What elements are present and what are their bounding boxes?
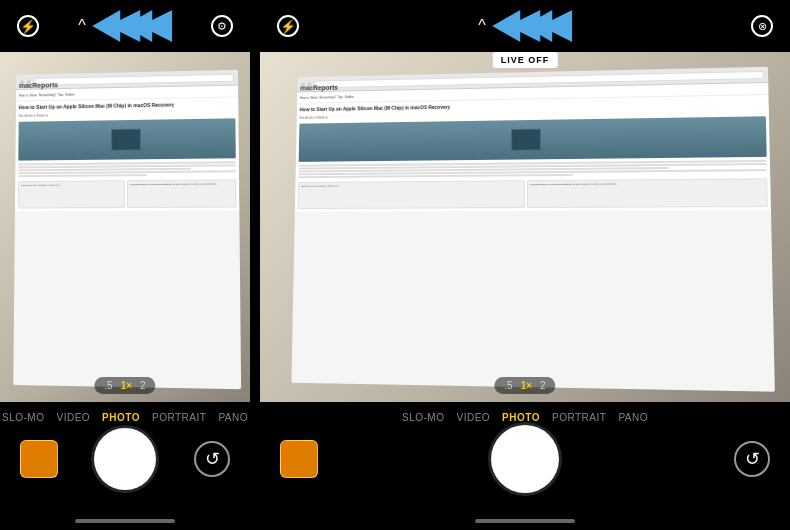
right-mode-video[interactable]: VIDEO <box>456 412 490 423</box>
right-home-indicator <box>260 512 790 530</box>
right-mode-portrait[interactable]: PORTRAIT <box>552 412 606 423</box>
left-card-1-title: Face ID is Not Available. How to Fix <box>20 182 121 186</box>
left-mode-portrait[interactable]: PORTRAIT <box>152 412 206 423</box>
right-gallery-thumb-container <box>280 440 318 478</box>
panel-divider <box>250 0 260 530</box>
left-home-bar <box>75 519 175 523</box>
left-flash-button[interactable]: ⚡ <box>14 12 42 40</box>
right-mode-photo[interactable]: PHOTO <box>502 412 540 423</box>
left-article-subtitle: Get all info or Email us <box>18 109 235 117</box>
left-article-image <box>18 117 235 159</box>
left-zoom-2[interactable]: 2 <box>140 380 146 391</box>
right-settings-icon: ⊗ <box>751 15 773 37</box>
left-mode-selector: SLO-MO VIDEO PHOTO PORTRAIT PANO <box>2 402 248 429</box>
right-bottom-controls: SLO-MO VIDEO PHOTO PORTRAIT PANO ↺ <box>260 402 790 512</box>
right-webpage-simulation: macReports How to News Not working? Tips… <box>291 66 774 391</box>
right-monitor-icon <box>510 128 540 150</box>
left-top-center: ^ <box>78 8 172 44</box>
right-mode-pano[interactable]: PANO <box>618 412 648 423</box>
left-card-2-title: Connection Error: iCloud Encountered an … <box>129 181 232 185</box>
left-card-2: Connection Error: iCloud Encountered an … <box>126 178 236 207</box>
right-text-lines <box>298 159 767 177</box>
left-mac-reports-label: macReports <box>18 81 57 89</box>
left-webpage-body: How to Start Up an Apple Silicon Mac (M … <box>14 97 238 211</box>
left-gallery-thumb-inner <box>21 441 57 477</box>
right-nav-not-working: Not working? <box>319 94 335 98</box>
right-shutter-button[interactable] <box>491 425 559 493</box>
nav-how-to: How to <box>18 93 27 97</box>
right-card-grid: Face ID is Not Available. How to Fix Con… <box>297 177 767 208</box>
right-gallery-thumb-inner <box>281 441 317 477</box>
left-settings-button[interactable]: ⚙ <box>208 12 236 40</box>
left-flip-camera-icon: ↺ <box>194 441 230 477</box>
right-shutter-row: ↺ <box>260 429 790 489</box>
live-off-badge[interactable]: LIVE OFF <box>493 52 558 68</box>
right-zoom-1x[interactable]: 1× <box>521 380 532 391</box>
right-flip-button[interactable]: ↺ <box>734 441 770 477</box>
right-card-2-title: Connection Error: iCloud Encountered an … <box>529 180 764 185</box>
right-card-1-title: Face ID is Not Available. How to Fix <box>300 182 521 187</box>
right-viewfinder: macReports How to News Not working? Tips… <box>260 52 790 402</box>
right-viewfinder-image: macReports How to News Not working? Tips… <box>260 52 790 402</box>
left-text-lines <box>18 160 236 176</box>
left-card-grid: Face ID is Not Available. How to Fix Con… <box>17 178 235 207</box>
left-zoom-controls: .5 1× 2 <box>94 377 155 394</box>
right-article-image <box>298 115 766 161</box>
left-monitor-icon <box>110 128 140 150</box>
left-card-1: Face ID is Not Available. How to Fix <box>17 179 124 207</box>
left-mode-slo-mo[interactable]: SLO-MO <box>2 412 44 423</box>
left-webpage-simulation: macReports How to News Not working? Tips… <box>13 69 241 389</box>
nav-guides: Guides <box>65 92 74 96</box>
left-home-indicator <box>0 512 250 530</box>
left-gallery-thumbnail[interactable] <box>20 440 58 478</box>
right-settings-button[interactable]: ⊗ <box>748 12 776 40</box>
right-chevron-up-icon[interactable]: ^ <box>478 18 486 34</box>
nav-news: News <box>29 92 36 96</box>
left-flip-button[interactable]: ↺ <box>194 441 230 477</box>
left-viewfinder-image: macReports How to News Not working? Tips… <box>0 52 250 402</box>
right-camera-panel: ⚡ ^ ⊗ LIVE OFF macReports <box>260 0 790 530</box>
left-mode-video[interactable]: VIDEO <box>56 412 90 423</box>
right-home-bar <box>475 519 575 523</box>
left-zoom-05[interactable]: .5 <box>104 380 112 391</box>
right-nav-news: News <box>310 95 317 99</box>
right-flash-button[interactable]: ⚡ <box>274 12 302 40</box>
right-mode-slo-mo[interactable]: SLO-MO <box>402 412 444 423</box>
right-zoom-05[interactable]: .5 <box>504 380 512 391</box>
right-mac-reports-label: macReports <box>300 83 338 90</box>
right-flash-icon: ⚡ <box>277 15 299 37</box>
right-card-1: Face ID is Not Available. How to Fix <box>297 179 524 208</box>
right-flip-camera-icon: ↺ <box>734 441 770 477</box>
left-shutter-row: ↺ <box>0 429 250 489</box>
left-shutter-button[interactable] <box>94 428 156 490</box>
left-mode-photo[interactable]: PHOTO <box>102 412 140 423</box>
right-gallery-thumbnail[interactable] <box>280 440 318 478</box>
right-webpage-body: How to Start Up an Apple Silicon Mac (M … <box>294 95 770 211</box>
nav-tips: Tips <box>57 92 62 96</box>
right-nav-guides: Guides <box>344 94 353 98</box>
right-zoom-2[interactable]: 2 <box>540 380 546 391</box>
left-zoom-1x[interactable]: 1× <box>121 380 132 391</box>
right-nav-how-to: How to <box>299 95 308 99</box>
left-mode-pano[interactable]: PANO <box>218 412 248 423</box>
nav-not-working: Not working? <box>38 92 55 96</box>
left-camera-panel: ⚡ ^ ⚙ macReports <box>0 0 250 530</box>
left-chevron-up-icon[interactable]: ^ <box>78 18 86 34</box>
right-nav-tips: Tips <box>337 94 342 98</box>
left-bottom-controls: SLO-MO VIDEO PHOTO PORTRAIT PANO ↺ <box>0 402 250 512</box>
left-top-bar: ⚡ ^ ⚙ <box>0 0 250 52</box>
left-blue-arrow-icon <box>92 8 172 44</box>
left-viewfinder: macReports How to News Not working? Tips… <box>0 52 250 402</box>
left-article-title: How to Start Up an Apple Silicon Mac (M … <box>18 100 234 110</box>
right-card-2: Connection Error: iCloud Encountered an … <box>526 177 767 207</box>
right-blue-arrow-icon <box>492 8 572 44</box>
left-url-bar <box>33 73 234 85</box>
left-flash-icon: ⚡ <box>17 15 39 37</box>
left-settings-icon: ⚙ <box>211 15 233 37</box>
right-top-center: ^ <box>478 8 572 44</box>
left-gallery-thumb-container <box>20 440 58 478</box>
right-zoom-controls: .5 1× 2 <box>494 377 555 394</box>
right-top-bar: ⚡ ^ ⊗ <box>260 0 790 52</box>
